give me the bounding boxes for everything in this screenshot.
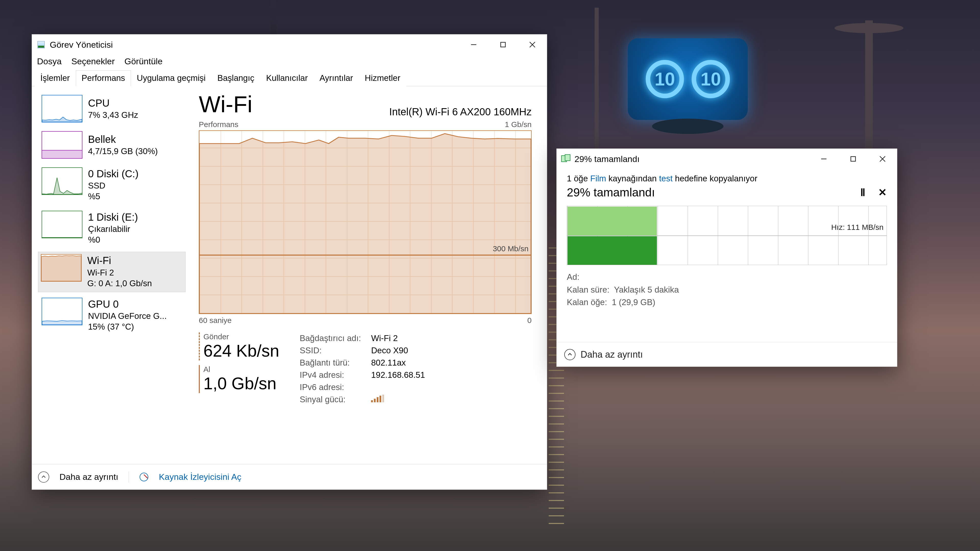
wifi-title: Wi-Fi: [87, 254, 152, 267]
ipv4-v: 192.168.68.51: [371, 370, 425, 380]
menu-view[interactable]: Görüntüle: [124, 56, 162, 66]
ipv6-v: [371, 383, 425, 392]
perf-main: Wi-Fi Intel(R) Wi-Fi 6 AX200 160MHz Perf…: [189, 86, 547, 465]
copy-description: 1 öğe Film kaynağından test hedefine kop…: [567, 174, 887, 183]
copy-dest-link[interactable]: test: [659, 174, 673, 183]
wallpaper-badge: 10: [692, 60, 730, 98]
conn-type-v: 802.11ax: [371, 358, 425, 368]
x-left: 60 saniye: [199, 316, 231, 325]
signal-k: Sinyal gücü:: [300, 395, 371, 404]
ipv6-k: IPv6 adresi:: [300, 383, 371, 392]
disk1-sub2: %0: [88, 234, 138, 245]
spark-disk0: [41, 167, 83, 195]
ssid-v: Deco X90: [371, 346, 425, 355]
x-right: 0: [527, 316, 531, 325]
minimize-button[interactable]: [809, 149, 838, 169]
wifi-sub: Wi-Fi 2: [87, 267, 152, 278]
tab-users[interactable]: Kullanıcılar: [260, 70, 313, 86]
separator: [129, 472, 129, 483]
pause-button[interactable]: Ⅱ: [860, 186, 865, 198]
spark-cpu: [41, 95, 83, 122]
wifi-throughput-chart[interactable]: 300 Mb/sn: [199, 130, 531, 314]
perf-sidebar: CPU 7% 3,43 GHz Bellek 4,7/15,9 GB (30%): [32, 86, 189, 465]
copy-footer: Daha az ayrıntı: [557, 342, 897, 367]
graph-ylabel: Performans: [199, 120, 239, 129]
disk0-title: 0 Diski (C:): [88, 167, 138, 180]
disk0-sub2: %5: [88, 191, 138, 202]
wifi-sub2: G: 0 A: 1,0 Gb/sn: [87, 278, 152, 289]
sidebar-item-cpu[interactable]: CPU 7% 3,43 GHz: [38, 93, 186, 125]
threshold-label: 300 Mb/sn: [493, 245, 528, 253]
resource-monitor-icon: [139, 472, 149, 482]
gpu-sub: NVIDIA GeForce G...: [88, 311, 167, 321]
spark-disk1: [41, 211, 83, 238]
copy-status: 29% tamamlandı: [567, 186, 655, 199]
task-manager-icon: [37, 40, 46, 49]
collapse-chevron-icon[interactable]: [38, 472, 49, 483]
close-button[interactable]: [868, 149, 897, 169]
disk1-title: 1 Diski (E:): [88, 211, 138, 224]
conn-type-k: Bağlantı türü:: [300, 358, 371, 368]
send-label: Gönder: [204, 332, 279, 341]
collapse-chevron-icon[interactable]: [564, 349, 576, 360]
tab-startup[interactable]: Başlangıç: [212, 70, 260, 86]
main-heading: Wi-Fi: [199, 91, 252, 118]
copy-meta: Ad: Kalan süre: Yaklaşık 5 dakika Kalan …: [567, 271, 887, 309]
recv-value: 1,0 Gb/sn: [204, 374, 279, 393]
fewer-details-link[interactable]: Daha az ayrıntı: [59, 472, 118, 482]
copy-icon: [561, 154, 570, 164]
adapter-name-v: Wi-Fi 2: [371, 333, 425, 343]
copy-speed-label: Hız: 111 MB/sn: [831, 223, 883, 232]
menu-file[interactable]: Dosya: [37, 56, 62, 66]
adapter-label: Intel(R) Wi-Fi 6 AX200 160MHz: [389, 106, 531, 118]
tab-processes[interactable]: İşlemler: [35, 70, 76, 86]
disk1-sub: Çıkarılabilir: [88, 224, 138, 234]
signal-bars-icon: [371, 395, 425, 404]
ipv4-k: IPv4 adresi:: [300, 370, 371, 380]
tab-services[interactable]: Hizmetler: [359, 70, 406, 86]
cpu-title: CPU: [88, 97, 138, 110]
tabstrip: İşlemler Performans Uygulama geçmişi Baş…: [32, 70, 547, 86]
spark-gpu: [41, 298, 83, 325]
fewer-details-link[interactable]: Daha az ayrıntı: [581, 349, 643, 360]
ssid-k: SSID:: [300, 346, 371, 355]
minimize-button[interactable]: [459, 35, 488, 55]
sidebar-item-disk0[interactable]: 0 Diski (C:) SSD %5: [38, 165, 186, 205]
wifi-info: Bağdaştırıcı adı: Wi-Fi 2 SSID: Deco X90…: [300, 333, 425, 404]
sidebar-item-gpu[interactable]: GPU 0 NVIDIA GeForce G... 15% (37 °C): [38, 295, 186, 335]
menubar: Dosya Seçenekler Görüntüle: [32, 55, 547, 70]
menu-options[interactable]: Seçenekler: [71, 56, 115, 66]
spark-wifi: [41, 254, 82, 282]
mem-sub: 4,7/15,9 GB (30%): [88, 146, 158, 157]
cancel-button[interactable]: ✕: [878, 186, 887, 198]
task-manager-footer: Daha az ayrıntı Kaynak İzleyicisini Aç: [32, 464, 547, 489]
task-manager-window: Görev Yöneticisi Dosya Seçenekler Görünt…: [32, 34, 547, 490]
recv-label: Al: [204, 365, 279, 374]
titlebar[interactable]: Görev Yöneticisi: [32, 35, 547, 55]
send-value: 624 Kb/sn: [204, 341, 279, 360]
svg-rect-4: [42, 150, 82, 158]
close-button[interactable]: [517, 35, 547, 55]
window-title: Görev Yöneticisi: [50, 40, 113, 50]
copy-source-link[interactable]: Film: [590, 174, 606, 183]
maximize-button[interactable]: [488, 35, 517, 55]
cpu-sub: 7% 3,43 GHz: [88, 110, 138, 121]
tab-app-history[interactable]: Uygulama geçmişi: [131, 70, 212, 86]
gpu-sub2: 15% (37 °C): [88, 321, 167, 332]
tab-details[interactable]: Ayrıntılar: [313, 70, 359, 86]
copy-speed-chart[interactable]: Hız: 111 MB/sn: [567, 206, 887, 265]
titlebar[interactable]: 29% tamamlandı: [557, 149, 897, 169]
maximize-button[interactable]: [838, 149, 868, 169]
sidebar-item-disk1[interactable]: 1 Diski (E:) Çıkarılabilir %0: [38, 209, 186, 248]
gpu-title: GPU 0: [88, 298, 167, 311]
open-resource-monitor-link[interactable]: Kaynak İzleyicisini Aç: [159, 472, 242, 482]
disk0-sub: SSD: [88, 180, 138, 191]
wallpaper-badge: 10: [646, 60, 684, 98]
window-title: 29% tamamlandı: [574, 154, 640, 164]
tab-performance[interactable]: Performans: [76, 70, 131, 86]
adapter-name-k: Bağdaştırıcı adı:: [300, 333, 371, 343]
sidebar-item-memory[interactable]: Bellek 4,7/15,9 GB (30%): [38, 129, 186, 162]
svg-rect-8: [851, 157, 855, 161]
sidebar-item-wifi[interactable]: Wi-Fi Wi-Fi 2 G: 0 A: 1,0 Gb/sn: [38, 252, 186, 292]
spark-mem: [41, 131, 83, 159]
